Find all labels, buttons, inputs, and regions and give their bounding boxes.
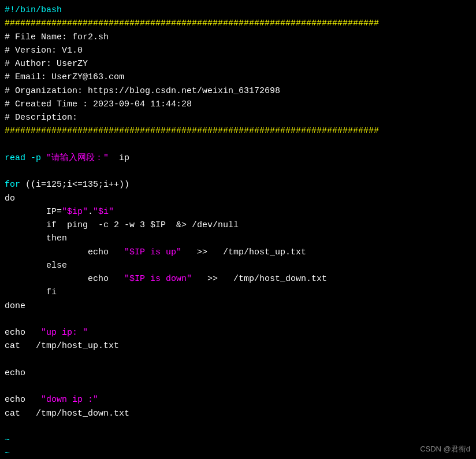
line-then: then	[5, 232, 471, 245]
line-echo-up-ip: echo "up ip: "	[5, 326, 471, 339]
line-echo-down: echo "$IP is down" >> /tmp/host_down.txt	[5, 272, 471, 286]
line-echo-up: echo "$IP is up" >> /tmp/host_up.txt	[5, 246, 471, 259]
line-blank2	[5, 165, 471, 178]
line-ip-assign: IP="$ip"."$i"	[5, 205, 471, 219]
line-blank1	[5, 138, 471, 151]
line-desc: # Description:	[5, 111, 471, 124]
line-fi: fi	[5, 286, 471, 299]
line-blank4	[5, 353, 471, 367]
terminal: #!/bin/bash ############################…	[0, 0, 476, 459]
line-else: else	[5, 259, 471, 272]
line-blank5	[5, 380, 471, 393]
line-filename: # File Name: for2.sh	[5, 31, 471, 44]
line-cat-down: cat /tmp/host_down.txt	[5, 407, 471, 420]
line-blank3	[5, 313, 471, 326]
line-hash2: ########################################…	[5, 124, 471, 138]
line-read: read -p "请输入网段：" ip	[5, 151, 471, 165]
line-for: for ((i=125;i<=135;i++))	[5, 178, 471, 191]
line-tilde1: ~	[5, 434, 471, 447]
line-author: # Author: UserZY	[5, 57, 471, 71]
line-blank6	[5, 420, 471, 434]
line-hash1: ########################################…	[5, 17, 471, 30]
line-echo2: echo	[5, 367, 471, 380]
line-do: do	[5, 192, 471, 205]
line-echo-down-ip: echo "down ip :"	[5, 393, 471, 406]
line-if-ping: if ping -c 2 -w 3 $IP &> /dev/null	[5, 219, 471, 232]
line-tilde2: ~	[5, 447, 471, 459]
line-cat-up: cat /tmp/host_up.txt	[5, 339, 471, 353]
line-shebang: #!/bin/bash	[5, 3, 471, 17]
line-version: # Version: V1.0	[5, 44, 471, 57]
csdn-watermark: CSDN @君衔d	[420, 444, 470, 454]
line-org: # Organization: https://blog.csdn.net/we…	[5, 84, 471, 98]
line-done: done	[5, 299, 471, 313]
line-email: # Email: UserZY@163.com	[5, 71, 471, 84]
line-created: # Created Time : 2023-09-04 11:44:28	[5, 98, 471, 111]
